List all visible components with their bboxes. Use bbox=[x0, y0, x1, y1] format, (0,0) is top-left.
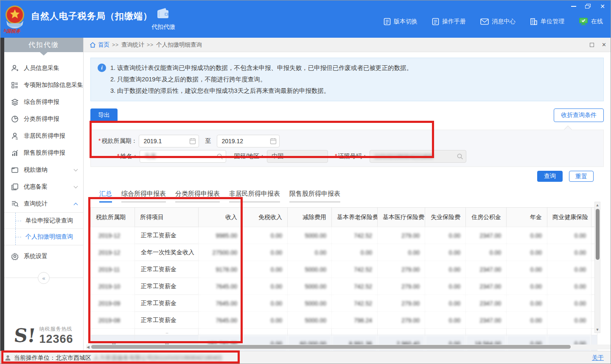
pane-maximize-icon[interactable] bbox=[590, 43, 594, 47]
horizontal-scroll-thumb[interactable] bbox=[91, 345, 571, 349]
table-cell: 279.00 bbox=[378, 295, 425, 312]
tax-emblem-logo: 中国税务 bbox=[4, 4, 26, 34]
table-cell: 0.00 bbox=[243, 295, 288, 312]
pane-close-icon[interactable]: ✕ bbox=[602, 42, 606, 48]
table-row: 2019-10正常工资薪金7645.000.005000.00742.52279… bbox=[91, 278, 597, 295]
column-header: 税款所属期 bbox=[91, 208, 135, 227]
scroll-down-icon[interactable]: ▼ bbox=[595, 327, 600, 333]
breadcrumb-home[interactable]: 首页 bbox=[90, 41, 109, 49]
about-link[interactable]: 关于 bbox=[592, 354, 604, 362]
sidebar-item-preferential-filing[interactable]: 优惠备案 bbox=[4, 178, 83, 195]
minimize-icon[interactable] bbox=[570, 3, 577, 10]
search-icon[interactable] bbox=[216, 153, 223, 161]
table-cell: 279.00 bbox=[378, 261, 425, 278]
scroll-up-icon[interactable]: ▲ bbox=[595, 202, 600, 208]
table-cell: 正常工资薪金 bbox=[135, 295, 199, 312]
table-cell: 2019-12 bbox=[91, 244, 135, 261]
sidebar-item-restricted-shares[interactable]: 限售股所得申报 bbox=[4, 144, 83, 161]
vertical-scrollbar[interactable]: ▲ ▼ bbox=[594, 202, 600, 333]
table-cell bbox=[91, 329, 135, 335]
sidebar-item-classified-income[interactable]: 分类所得申报 bbox=[4, 111, 83, 128]
table-cell: 全年一次性奖金收入 bbox=[135, 244, 199, 261]
menu-online-status[interactable]: 在线 bbox=[579, 17, 603, 25]
table-cell: 2019-09 bbox=[91, 295, 135, 312]
table-row: 2019-08正常工资薪金7645.000.005000.00798.24279… bbox=[91, 312, 597, 329]
sidebar-item-label: 非居民所得申报 bbox=[24, 132, 77, 140]
close-icon[interactable]: ✕ bbox=[599, 3, 606, 10]
tab-classified[interactable]: 分类所得申报表 bbox=[175, 190, 220, 203]
table-cell: 0.00 bbox=[425, 244, 466, 261]
period-from-value: 2019.1 bbox=[143, 138, 162, 144]
tab-summary[interactable]: 汇总 bbox=[99, 190, 112, 203]
search-icon[interactable] bbox=[457, 153, 463, 161]
reset-button[interactable]: 重置 bbox=[569, 171, 594, 182]
menu-manual[interactable]: 操作手册 bbox=[432, 18, 466, 25]
manual-icon bbox=[432, 18, 439, 25]
query-statistics-submenu: 单位申报记录查询 个人扣缴明细查询 bbox=[4, 212, 83, 245]
table-cell bbox=[425, 329, 466, 335]
module-tab-daikoudaijiao[interactable]: 代扣代缴 bbox=[148, 7, 179, 31]
calendar-icon[interactable] bbox=[270, 138, 277, 146]
required-asterisk: * bbox=[117, 153, 119, 159]
collapse-query-button[interactable]: 收折查询条件 bbox=[554, 108, 604, 122]
sidebar-subitem-unit-declaration-query[interactable]: 单位申报记录查询 bbox=[4, 213, 83, 229]
scroll-left-icon[interactable]: ◀ bbox=[87, 345, 90, 349]
table-cell: 正常工资薪金 bbox=[135, 261, 199, 278]
wallet-folder-icon bbox=[11, 166, 19, 174]
table-cell: 0.00 bbox=[243, 312, 288, 329]
nationality-label: 国籍/地区： bbox=[234, 153, 265, 160]
list-grid-icon bbox=[11, 81, 19, 89]
table-cell: 2019-11 bbox=[91, 261, 135, 278]
table-cell: 0.00 bbox=[243, 261, 288, 278]
tab-nonresident[interactable]: 非居民所得申报表 bbox=[229, 190, 280, 203]
sidebar-item-tax-payment[interactable]: 税款缴纳 bbox=[4, 161, 83, 178]
table-cell: 0.00 bbox=[425, 295, 466, 312]
tab-restricted-shares[interactable]: 限售股所得申报表 bbox=[289, 190, 340, 203]
horizontal-scrollbar[interactable]: ◀ ▶ bbox=[86, 345, 611, 350]
export-button[interactable]: 导出 bbox=[90, 108, 118, 122]
breadcrumb-level1[interactable]: 查询统计 bbox=[121, 41, 144, 49]
tab-comprehensive[interactable]: 综合所得申报表 bbox=[121, 190, 166, 203]
column-header: 商业健康保险 bbox=[547, 208, 591, 227]
period-from-input[interactable]: 2019.1 bbox=[139, 135, 199, 147]
sidebar-item-special-deduction[interactable]: 专项附加扣除信息采集 bbox=[4, 77, 83, 94]
table-cell: 0.00 bbox=[507, 227, 547, 244]
column-header: 减除费用 bbox=[288, 208, 332, 227]
toolbar-row: 导出 收折查询条件 bbox=[90, 109, 604, 122]
sidebar-item-query-statistics[interactable]: 查询统计 bbox=[4, 195, 83, 212]
sidebar-item-label: 优惠备案 bbox=[24, 183, 69, 191]
document-icon bbox=[384, 18, 391, 25]
table-cell: 0.00 bbox=[378, 244, 425, 261]
menu-message-center[interactable]: 消息中心 bbox=[480, 18, 516, 25]
menu-unit-management[interactable]: 单位管理 bbox=[530, 18, 564, 25]
query-button[interactable]: 查询 bbox=[537, 171, 563, 182]
table-cell: 742.52 bbox=[332, 261, 378, 278]
query-form-panel: *税款所属期： 2019.1 至 2019.12 bbox=[90, 130, 604, 167]
menu-version-switch[interactable]: 版本切换 bbox=[384, 18, 418, 25]
current-unit-label: 当前操作单位： bbox=[14, 354, 56, 362]
chevron-down-icon bbox=[74, 184, 78, 188]
table-cell: 279.00 bbox=[378, 278, 425, 295]
column-header: 失业保险费 bbox=[425, 208, 466, 227]
table-cell: 9178.00 bbox=[199, 261, 243, 278]
table-cell: 0.00 bbox=[507, 278, 547, 295]
table-cell bbox=[243, 329, 288, 335]
calendar-icon[interactable] bbox=[189, 138, 196, 146]
sidebar-item-label: 专项附加扣除信息采集 bbox=[24, 81, 83, 89]
sidebar-item-label: 税款缴纳 bbox=[24, 166, 69, 174]
table-cell: 正常工资薪金 bbox=[135, 227, 199, 244]
breadcrumb-level2: 个人扣缴明细查询 bbox=[156, 41, 202, 49]
sidebar-item-system-settings[interactable]: 系统设置 bbox=[4, 248, 83, 265]
sidebar-item-personnel-info[interactable]: 人员信息采集 bbox=[4, 60, 83, 77]
hotline-label: 纳税服务热线 bbox=[39, 325, 73, 333]
vertical-scroll-thumb[interactable] bbox=[596, 209, 600, 260]
period-to-input[interactable]: 2019.12 bbox=[217, 135, 280, 147]
name-input[interactable]: 马某 bbox=[140, 150, 226, 163]
sidebar-collapse-button[interactable]: « bbox=[38, 272, 50, 284]
sidebar-item-nonresident-income[interactable]: 非居民所得申报 bbox=[4, 128, 83, 144]
sidebar-item-comprehensive-income[interactable]: 综合所得申报 bbox=[4, 94, 83, 111]
sidebar-subitem-personal-withholding-query[interactable]: 个人扣缴明细查询 bbox=[4, 229, 83, 245]
restore-icon[interactable] bbox=[584, 3, 592, 10]
table-cell: 742.52 bbox=[332, 278, 378, 295]
table-cell: 2347.00 bbox=[466, 312, 507, 329]
